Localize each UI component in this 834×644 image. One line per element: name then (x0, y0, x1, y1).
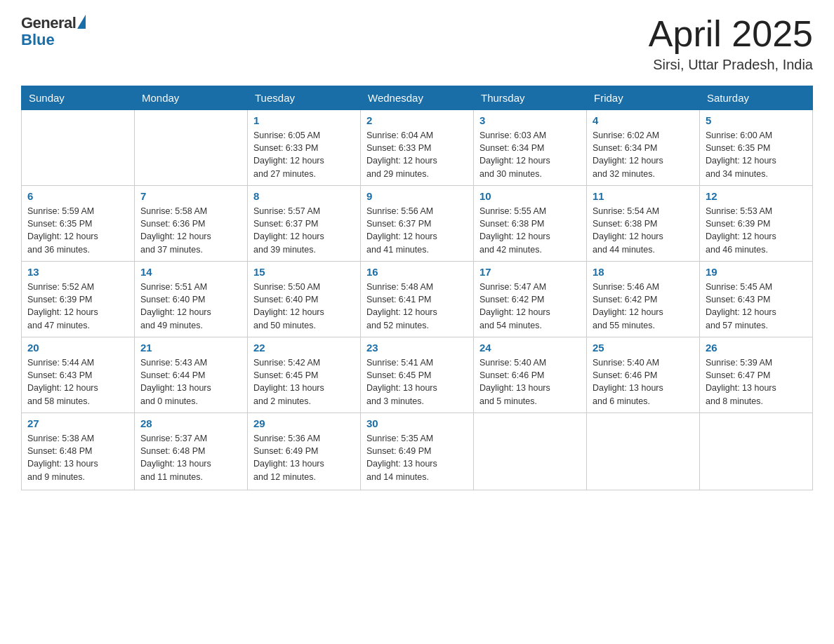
day-number: 14 (140, 266, 241, 278)
day-info: Sunrise: 5:58 AM Sunset: 6:36 PM Dayligh… (140, 205, 241, 256)
logo: General Blue (21, 14, 86, 49)
calendar-cell: 14Sunrise: 5:51 AM Sunset: 6:40 PM Dayli… (135, 262, 248, 337)
calendar-cell: 22Sunrise: 5:42 AM Sunset: 6:45 PM Dayli… (248, 337, 361, 413)
calendar-cell: 12Sunrise: 5:53 AM Sunset: 6:39 PM Dayli… (700, 186, 813, 262)
day-info: Sunrise: 5:42 AM Sunset: 6:45 PM Dayligh… (253, 356, 355, 408)
calendar-cell: 18Sunrise: 5:46 AM Sunset: 6:42 PM Dayli… (587, 262, 700, 337)
day-number: 13 (27, 266, 128, 278)
calendar-cell: 1Sunrise: 6:05 AM Sunset: 6:33 PM Daylig… (248, 110, 361, 186)
calendar-week-2: 6Sunrise: 5:59 AM Sunset: 6:35 PM Daylig… (22, 186, 813, 262)
day-info: Sunrise: 5:37 AM Sunset: 6:48 PM Dayligh… (140, 432, 241, 483)
calendar-cell: 17Sunrise: 5:47 AM Sunset: 6:42 PM Dayli… (474, 262, 587, 337)
calendar-cell (587, 413, 700, 490)
calendar-cell: 6Sunrise: 5:59 AM Sunset: 6:35 PM Daylig… (22, 186, 135, 262)
day-info: Sunrise: 5:43 AM Sunset: 6:44 PM Dayligh… (140, 356, 241, 408)
day-info: Sunrise: 5:40 AM Sunset: 6:46 PM Dayligh… (479, 356, 581, 408)
day-number: 5 (706, 114, 807, 126)
day-info: Sunrise: 6:02 AM Sunset: 6:34 PM Dayligh… (593, 129, 694, 180)
day-number: 1 (253, 114, 355, 126)
day-info: Sunrise: 5:52 AM Sunset: 6:39 PM Dayligh… (27, 281, 128, 332)
day-number: 20 (27, 342, 128, 354)
calendar-cell (135, 110, 248, 186)
calendar-cell: 20Sunrise: 5:44 AM Sunset: 6:43 PM Dayli… (22, 337, 135, 413)
calendar-cell (22, 110, 135, 186)
calendar-cell (700, 413, 813, 490)
day-info: Sunrise: 5:44 AM Sunset: 6:43 PM Dayligh… (27, 356, 128, 408)
title-section: April 2025 Sirsi, Uttar Pradesh, India (649, 14, 813, 73)
calendar-cell: 21Sunrise: 5:43 AM Sunset: 6:44 PM Dayli… (135, 337, 248, 413)
day-info: Sunrise: 6:05 AM Sunset: 6:33 PM Dayligh… (253, 129, 355, 180)
subtitle: Sirsi, Uttar Pradesh, India (649, 57, 813, 73)
calendar-cell: 26Sunrise: 5:39 AM Sunset: 6:47 PM Dayli… (700, 337, 813, 413)
day-number: 9 (366, 190, 468, 202)
day-header-friday: Friday (587, 86, 700, 110)
day-info: Sunrise: 5:57 AM Sunset: 6:37 PM Dayligh… (253, 205, 355, 256)
calendar-cell: 25Sunrise: 5:40 AM Sunset: 6:46 PM Dayli… (587, 337, 700, 413)
day-number: 7 (140, 190, 241, 202)
day-info: Sunrise: 5:39 AM Sunset: 6:47 PM Dayligh… (706, 356, 807, 408)
calendar-week-3: 13Sunrise: 5:52 AM Sunset: 6:39 PM Dayli… (22, 262, 813, 337)
day-info: Sunrise: 5:53 AM Sunset: 6:39 PM Dayligh… (706, 205, 807, 256)
calendar-week-5: 27Sunrise: 5:38 AM Sunset: 6:48 PM Dayli… (22, 413, 813, 490)
day-info: Sunrise: 5:41 AM Sunset: 6:45 PM Dayligh… (366, 356, 468, 408)
calendar-cell: 13Sunrise: 5:52 AM Sunset: 6:39 PM Dayli… (22, 262, 135, 337)
day-info: Sunrise: 5:35 AM Sunset: 6:49 PM Dayligh… (366, 432, 468, 483)
calendar-cell: 9Sunrise: 5:56 AM Sunset: 6:37 PM Daylig… (361, 186, 474, 262)
calendar-cell: 30Sunrise: 5:35 AM Sunset: 6:49 PM Dayli… (361, 413, 474, 490)
day-header-tuesday: Tuesday (248, 86, 361, 110)
day-info: Sunrise: 5:55 AM Sunset: 6:38 PM Dayligh… (479, 205, 581, 256)
day-number: 27 (27, 417, 128, 429)
day-info: Sunrise: 5:45 AM Sunset: 6:43 PM Dayligh… (706, 281, 807, 332)
calendar-header-row: SundayMondayTuesdayWednesdayThursdayFrid… (22, 86, 813, 110)
logo-blue-text: Blue (21, 31, 55, 49)
day-number: 23 (366, 342, 468, 354)
calendar-cell: 7Sunrise: 5:58 AM Sunset: 6:36 PM Daylig… (135, 186, 248, 262)
day-number: 15 (253, 266, 355, 278)
day-number: 29 (253, 417, 355, 429)
day-number: 3 (479, 114, 581, 126)
calendar-cell: 29Sunrise: 5:36 AM Sunset: 6:49 PM Dayli… (248, 413, 361, 490)
calendar-cell: 8Sunrise: 5:57 AM Sunset: 6:37 PM Daylig… (248, 186, 361, 262)
day-number: 19 (706, 266, 807, 278)
calendar-cell (474, 413, 587, 490)
calendar-table: SundayMondayTuesdayWednesdayThursdayFrid… (21, 86, 813, 490)
day-info: Sunrise: 6:03 AM Sunset: 6:34 PM Dayligh… (479, 129, 581, 180)
calendar-cell: 16Sunrise: 5:48 AM Sunset: 6:41 PM Dayli… (361, 262, 474, 337)
day-number: 10 (479, 190, 581, 202)
calendar-cell: 15Sunrise: 5:50 AM Sunset: 6:40 PM Dayli… (248, 262, 361, 337)
day-number: 22 (253, 342, 355, 354)
calendar-cell: 24Sunrise: 5:40 AM Sunset: 6:46 PM Dayli… (474, 337, 587, 413)
day-info: Sunrise: 6:00 AM Sunset: 6:35 PM Dayligh… (706, 129, 807, 180)
main-title: April 2025 (649, 14, 813, 54)
day-number: 17 (479, 266, 581, 278)
day-number: 6 (27, 190, 128, 202)
day-number: 4 (593, 114, 694, 126)
calendar-cell: 2Sunrise: 6:04 AM Sunset: 6:33 PM Daylig… (361, 110, 474, 186)
day-number: 16 (366, 266, 468, 278)
day-info: Sunrise: 6:04 AM Sunset: 6:33 PM Dayligh… (366, 129, 468, 180)
day-info: Sunrise: 5:51 AM Sunset: 6:40 PM Dayligh… (140, 281, 241, 332)
day-header-thursday: Thursday (474, 86, 587, 110)
day-number: 11 (593, 190, 694, 202)
day-number: 26 (706, 342, 807, 354)
day-info: Sunrise: 5:36 AM Sunset: 6:49 PM Dayligh… (253, 432, 355, 483)
day-header-wednesday: Wednesday (361, 86, 474, 110)
day-number: 2 (366, 114, 468, 126)
calendar-week-4: 20Sunrise: 5:44 AM Sunset: 6:43 PM Dayli… (22, 337, 813, 413)
day-header-sunday: Sunday (22, 86, 135, 110)
day-info: Sunrise: 5:54 AM Sunset: 6:38 PM Dayligh… (593, 205, 694, 256)
day-info: Sunrise: 5:56 AM Sunset: 6:37 PM Dayligh… (366, 205, 468, 256)
day-number: 18 (593, 266, 694, 278)
calendar-cell: 28Sunrise: 5:37 AM Sunset: 6:48 PM Dayli… (135, 413, 248, 490)
logo-triangle-icon (77, 15, 86, 29)
day-number: 30 (366, 417, 468, 429)
calendar-cell: 10Sunrise: 5:55 AM Sunset: 6:38 PM Dayli… (474, 186, 587, 262)
logo-general-text: General (21, 14, 76, 32)
day-info: Sunrise: 5:50 AM Sunset: 6:40 PM Dayligh… (253, 281, 355, 332)
day-info: Sunrise: 5:48 AM Sunset: 6:41 PM Dayligh… (366, 281, 468, 332)
calendar-cell: 19Sunrise: 5:45 AM Sunset: 6:43 PM Dayli… (700, 262, 813, 337)
day-number: 8 (253, 190, 355, 202)
day-number: 25 (593, 342, 694, 354)
day-info: Sunrise: 5:59 AM Sunset: 6:35 PM Dayligh… (27, 205, 128, 256)
calendar-cell: 5Sunrise: 6:00 AM Sunset: 6:35 PM Daylig… (700, 110, 813, 186)
